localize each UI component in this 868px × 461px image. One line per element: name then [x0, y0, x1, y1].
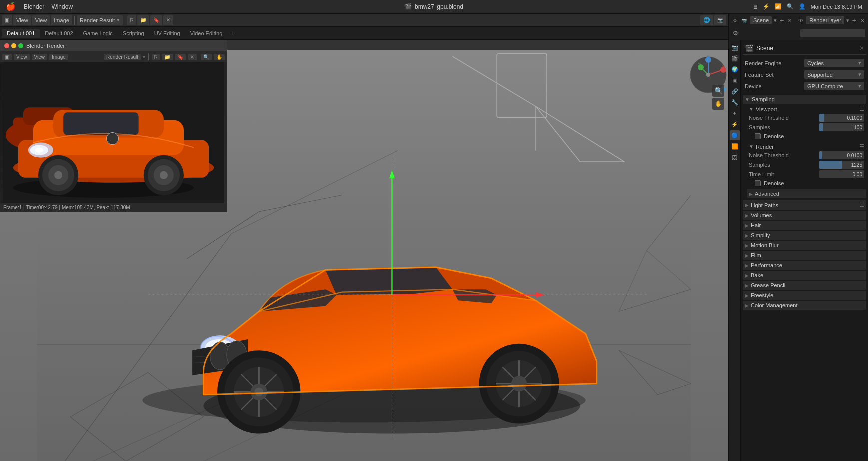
rw-action1[interactable]: ⎘ [152, 54, 160, 60]
minimize-dot[interactable] [11, 43, 16, 48]
bookmark-icon-btn[interactable]: 🔖 [150, 15, 162, 25]
scene-icon-btn[interactable]: 🌐 [700, 15, 713, 25]
simplify-section[interactable]: ▶ Simplify [743, 231, 866, 240]
props-icon-1[interactable]: ⚙ [732, 17, 738, 24]
freestyle-section[interactable]: ▶ Freestyle [743, 291, 866, 300]
render-sub-header[interactable]: ▼ Render ☰ [747, 142, 866, 151]
maximize-dot[interactable] [18, 43, 23, 48]
scene-del-btn[interactable]: ✕ [787, 17, 793, 24]
fs-dropdown-icon: ▾ [858, 71, 861, 78]
render-noise-slider[interactable]: 0.0100 [819, 151, 864, 159]
scene-selector[interactable]: Scene [750, 16, 772, 24]
viewport-noise-slider[interactable]: 0.1000 [819, 114, 864, 122]
scene-add-btn[interactable]: + [779, 15, 785, 25]
rw-hand[interactable]: ✋ [214, 54, 225, 60]
rw-view-btn[interactable]: View [14, 54, 30, 60]
window-menu[interactable]: Window [51, 3, 73, 10]
prop-icon-particles[interactable]: ✦ [730, 108, 740, 118]
grease-pencil-label: Grease Pencil [751, 282, 785, 288]
prop-icon-texture[interactable]: 🖼 [730, 152, 740, 162]
viewport-right-controls: 🔍 ✋ [712, 85, 724, 110]
tab-uv-editing[interactable]: UV Editing [149, 29, 185, 38]
render-result-dropdown[interactable]: Render Result ▾ [77, 15, 123, 25]
prop-icon-modifier[interactable]: 🔧 [730, 97, 740, 107]
render-denoise-checkbox[interactable] [755, 180, 761, 186]
rw-render-result-btn[interactable]: Render Result [104, 54, 141, 60]
rw-action2[interactable]: 📁 [162, 54, 173, 60]
rw-view2-btn[interactable]: View [32, 54, 48, 60]
color-management-section[interactable]: ▶ Color Management [743, 301, 866, 310]
add-workspace-btn[interactable]: + [227, 29, 237, 38]
viewport-menu-btn[interactable]: ☰ [859, 106, 864, 112]
rw-image-btn[interactable]: Image [49, 54, 68, 60]
folder-icon-btn[interactable]: 📁 [137, 15, 149, 25]
hair-section[interactable]: ▶ Hair [743, 221, 866, 230]
tab-default001[interactable]: Default.001 [2, 29, 40, 38]
viewport-denoise-checkbox[interactable] [755, 133, 761, 139]
simplify-arrow: ▶ [745, 233, 749, 238]
performance-section[interactable]: ▶ Performance [743, 261, 866, 270]
advanced-collapsed-header[interactable]: ▶ Advanced [747, 189, 866, 198]
simplify-label: Simplify [751, 232, 770, 238]
prop-icon-render[interactable]: 📷 [730, 42, 740, 52]
light-paths-menu[interactable]: ☰ [859, 202, 864, 208]
render-sub-arrow: ▼ [749, 144, 754, 149]
tab-video-editing[interactable]: Video Editing [185, 29, 228, 38]
prop-icon-data[interactable]: 🔵 [730, 130, 740, 140]
zoom-btn[interactable]: 🔍 [712, 85, 724, 97]
blender-menu[interactable]: Blender [24, 3, 44, 10]
image-menu[interactable]: Image [51, 15, 72, 25]
prop-icon-constraint[interactable]: 🔗 [730, 86, 740, 96]
props-search-input[interactable] [800, 29, 865, 37]
feature-set-selector[interactable]: Supported ▾ [804, 70, 864, 79]
tab-scripting[interactable]: Scripting [118, 29, 149, 38]
camera-icon-btn[interactable]: 📷 [714, 15, 726, 25]
close-scene-icon[interactable]: ✕ [859, 45, 864, 52]
viewport-samples-slider[interactable]: 100 [819, 123, 864, 131]
close-btn[interactable]: ✕ [163, 15, 173, 25]
prop-icon-object[interactable]: ▣ [730, 75, 740, 85]
film-arrow: ▶ [745, 253, 749, 258]
bake-section[interactable]: ▶ Bake [743, 271, 866, 280]
prop-icon-world[interactable]: 🌍 [730, 64, 740, 74]
prop-icon-physics[interactable]: ⚡ [730, 119, 740, 129]
sampling-section-header[interactable]: ▼ Sampling [743, 95, 866, 104]
sampling-arrow: ▼ [745, 97, 750, 102]
pan-btn[interactable]: ✋ [712, 98, 724, 110]
tab-game-logic[interactable]: Game Logic [78, 29, 118, 38]
props-settings-icon[interactable]: ⚙ [732, 29, 739, 38]
prop-icon-scene[interactable]: 🎬 [730, 53, 740, 63]
render-layer-selector[interactable]: RenderLayer [806, 16, 844, 24]
render-timelimit-slider[interactable]: 0.00 [819, 170, 864, 178]
copy-icon-btn[interactable]: ⎘ [127, 15, 136, 25]
tab-default002[interactable]: Default.002 [40, 29, 78, 38]
motion-blur-section[interactable]: ▶ Motion Blur [743, 241, 866, 250]
mode-toggle[interactable]: ▣ [2, 15, 12, 25]
apple-icon[interactable]: 🍎 [6, 2, 16, 11]
render-noise-row: Noise Threshold 0.0100 [747, 151, 866, 160]
volumes-section[interactable]: ▶ Volumes [743, 211, 866, 220]
rw-close[interactable]: ✕ [188, 54, 197, 60]
view-menu-2[interactable]: View [32, 15, 50, 25]
render-menu-btn[interactable]: ☰ [859, 143, 864, 150]
render-timelimit-row: Time Limit 0.00 [747, 170, 866, 179]
viewport-noise-label: Noise Threshold [749, 115, 789, 121]
close-dot[interactable] [4, 43, 9, 48]
film-section[interactable]: ▶ Film [743, 251, 866, 260]
view-icon[interactable]: 👁 [797, 17, 804, 24]
rw-zoom[interactable]: 🔍 [201, 54, 212, 60]
rw-action3[interactable]: 🔖 [175, 54, 186, 60]
prop-icon-material[interactable]: 🟧 [730, 141, 740, 151]
rl-add-btn[interactable]: + [851, 15, 857, 25]
grease-pencil-section[interactable]: ▶ Grease Pencil [743, 281, 866, 290]
light-paths-section[interactable]: ▶ Light Paths ☰ [743, 200, 866, 210]
rw-icon-btn[interactable]: ▣ [2, 54, 12, 60]
rl-del-btn[interactable]: ✕ [859, 17, 865, 24]
device-selector[interactable]: GPU Compute ▾ [804, 82, 864, 90]
volumes-arrow: ▶ [745, 213, 749, 218]
view-menu[interactable]: View [13, 15, 31, 25]
props-icon-2[interactable]: 📷 [740, 17, 748, 24]
render-samples-slider[interactable]: 1225 [819, 161, 864, 169]
viewport-sub-header[interactable]: ▼ Viewport ☰ [747, 105, 866, 113]
render-engine-selector[interactable]: Cycles ▾ [804, 59, 864, 67]
